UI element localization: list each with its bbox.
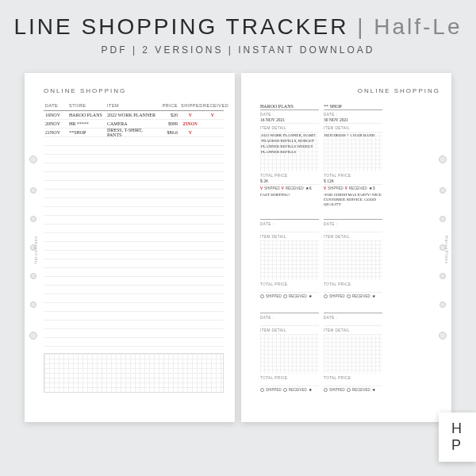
product-header: LINE SHOPPING TRACKER | Half-Le PDF | 2 … [0,0,476,65]
title-main: LINE SHOPPING TRACKER [13,14,348,39]
order-card: DATE : ITEM DETAIL TOTAL PRICE SHIPPED R… [324,305,382,394]
notes-grid [44,353,224,393]
product-subtitle: PDF | 2 VERSIONS | INSTANT DOWNLOAD [0,44,476,56]
order-card: HAROO PLANS DATE :16 NOV 2021 ITEM DETAI… [260,102,319,207]
col-shipped: SHIPPED [179,102,202,109]
brand-watermark: HarooPlans [33,236,38,264]
brand-watermark: HarooPlans [444,236,449,264]
order-cards: HAROO PLANS DATE :16 NOV 2021 ITEM DETAI… [260,102,440,394]
table-body: 16NOVHAROO PLANS2022 WORK PLANNER$20VV20… [44,111,224,347]
order-card: DATE : ITEM DETAIL TOTAL PRICE SHIPPED R… [260,305,319,394]
order-card: DATE : ITEM DETAIL TOTAL PRICE SHIPPED R… [324,212,382,301]
table-header: DATE STORE ITEM PRICE SHIPPED RECEIVED [44,102,224,111]
page-list-version: ONLINE SHOPPING DATE STORE ITEM PRICE SH… [25,73,235,422]
col-price: PRICE [159,102,179,109]
col-store: STORE [67,102,106,109]
product-title: LINE SHOPPING TRACKER | Half-Le [0,14,476,40]
title-divider: | [357,14,374,39]
preview-pages: ONLINE SHOPPING DATE STORE ITEM PRICE SH… [0,65,476,422]
title-variant: Half-Le [374,14,462,39]
col-item: ITEM [106,102,159,109]
page-heading: ONLINE SHOPPING [44,87,224,94]
col-received: RECEIVED [202,102,224,109]
order-card: DATE : ITEM DETAIL TOTAL PRICE SHIPPED R… [260,212,319,301]
page-heading: ONLINE SHOPPING [260,87,440,94]
col-date: DATE [44,102,67,109]
page-card-version: ONLINE SHOPPING HAROO PLANS DATE :16 NOV… [241,73,451,422]
size-badge: HP [439,413,476,462]
table-row: 21NOV**SHOPDRESS, T-SHIRT, PANTS$86.6V [44,129,224,137]
shopping-table: DATE STORE ITEM PRICE SHIPPED RECEIVED 1… [44,102,224,347]
table-row: 16NOVHAROO PLANS2022 WORK PLANNER$20VV [44,111,224,120]
order-card: ** SHOP DATE :30 NOV 2021 ITEM DETAIL RE… [324,102,382,207]
